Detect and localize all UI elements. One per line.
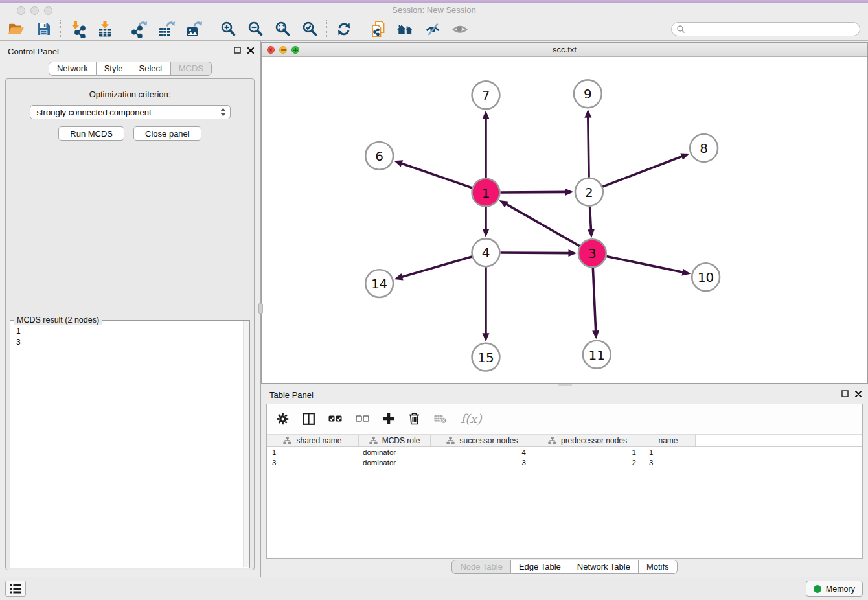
- tab-edge-table[interactable]: Edge Table: [511, 560, 569, 574]
- open-session-button[interactable]: [3, 19, 30, 40]
- select-all-button[interactable]: [328, 414, 342, 423]
- control-panel: Control Panel Network Style Select MCDS …: [0, 41, 261, 577]
- cell-shared-name: 1: [267, 448, 359, 456]
- column-header-successor-nodes[interactable]: successor nodes: [431, 435, 534, 446]
- mcds-result-title: MCDS result (2 nodes): [14, 316, 102, 325]
- window-title: Session: New Session: [0, 5, 868, 15]
- toolbar-separator: [211, 20, 211, 38]
- zoom-fit-button[interactable]: [269, 19, 296, 40]
- graph-arrowhead: [592, 330, 599, 339]
- export-network-button[interactable]: [126, 19, 153, 40]
- column-header-predecessor-nodes[interactable]: predecessor nodes: [534, 435, 641, 446]
- duplicate-network-button[interactable]: [365, 19, 392, 40]
- graph-edge-2-3[interactable]: [590, 207, 591, 231]
- tab-network-table[interactable]: Network Table: [569, 560, 639, 574]
- deselect-all-button[interactable]: [356, 414, 369, 423]
- add-column-button[interactable]: [383, 413, 394, 424]
- tab-motifs[interactable]: Motifs: [639, 560, 678, 574]
- graph-edge-1-6[interactable]: [401, 163, 472, 188]
- graph-node-label: 11: [589, 348, 605, 363]
- tab-style[interactable]: Style: [97, 62, 131, 76]
- graph-edge-3-11[interactable]: [593, 268, 595, 332]
- graph-arrowhead: [680, 153, 689, 159]
- close-panel-button[interactable]: Close panel: [133, 126, 201, 141]
- graph-edge-1-2[interactable]: [500, 192, 566, 192]
- tab-mcds[interactable]: MCDS: [171, 62, 212, 76]
- hierarchy-icon: [283, 437, 291, 444]
- refresh-button[interactable]: [330, 19, 358, 40]
- open-folder-icon: [8, 21, 25, 37]
- result-scrollbar[interactable]: [243, 321, 249, 567]
- column-header-shared-name[interactable]: shared name: [267, 435, 359, 446]
- chevron-up-down-icon: [220, 108, 226, 117]
- control-panel-tabs: Network Style Select MCDS: [0, 62, 260, 76]
- network-graph: 7968124314101511: [262, 58, 867, 383]
- import-network-button[interactable]: [64, 19, 91, 40]
- save-session-button[interactable]: [30, 19, 57, 40]
- open-ndex-button[interactable]: [392, 19, 419, 40]
- function-builder-button[interactable]: f(x): [461, 411, 482, 426]
- zoom-selected-button[interactable]: [296, 19, 323, 40]
- graph-node-label: 7: [482, 88, 490, 103]
- hierarchy-icon: [446, 437, 455, 444]
- float-panel-icon[interactable]: [234, 47, 241, 54]
- import-table-button[interactable]: [91, 19, 119, 40]
- zoom-out-icon: [247, 21, 264, 37]
- graph-edge-4-3[interactable]: [500, 253, 569, 253]
- column-label: MCDS role: [382, 436, 420, 445]
- graph-edge-3-1[interactable]: [505, 203, 580, 246]
- column-header-mcds-role[interactable]: MCDS role: [359, 435, 431, 446]
- table-row[interactable]: 3 dominator 3 2 3: [267, 457, 862, 468]
- task-history-button[interactable]: [5, 581, 26, 597]
- table-row[interactable]: 1 dominator 4 1 1: [267, 447, 862, 457]
- tab-network[interactable]: Network: [49, 62, 97, 76]
- graph-edge-4-14[interactable]: [401, 257, 472, 277]
- column-header-name[interactable]: name: [641, 435, 696, 446]
- graph-arrowhead: [584, 110, 591, 118]
- delete-column-button[interactable]: [408, 412, 420, 425]
- close-panel-icon[interactable]: [855, 391, 862, 397]
- eye-slash-icon: [424, 21, 441, 37]
- export-table-button[interactable]: [153, 19, 180, 40]
- memory-status-dot: [814, 585, 821, 593]
- zoom-in-button[interactable]: [214, 19, 242, 40]
- run-mcds-button[interactable]: Run MCDS: [58, 126, 124, 141]
- graph-edge-2-8[interactable]: [602, 156, 683, 187]
- vertical-splitter-handle[interactable]: [258, 303, 263, 314]
- graph-arrowhead: [588, 229, 595, 238]
- toggle-graphics-details-button[interactable]: [419, 19, 446, 40]
- gear-icon: [277, 413, 289, 425]
- memory-button[interactable]: Memory: [806, 581, 863, 597]
- graph-arrowhead: [568, 249, 577, 257]
- graph-edge-3-10[interactable]: [606, 256, 683, 272]
- search-field[interactable]: [671, 22, 860, 36]
- duplicate-network-icon: [370, 20, 387, 38]
- optimization-criterion-dropdown[interactable]: strongly connected component: [30, 105, 231, 119]
- tab-node-table[interactable]: Node Table: [451, 560, 511, 574]
- birdseye-view-button[interactable]: [446, 19, 474, 40]
- zoom-out-button[interactable]: [242, 19, 269, 40]
- column-browser-button[interactable]: [303, 413, 315, 425]
- cell-shared-name: 3: [267, 459, 359, 467]
- delete-table-button[interactable]: [434, 413, 447, 424]
- search-input[interactable]: [685, 23, 860, 35]
- column-label: predecessor nodes: [561, 436, 627, 445]
- tab-select[interactable]: Select: [131, 62, 171, 76]
- export-table-icon: [158, 21, 176, 38]
- graph-arrowhead: [565, 189, 573, 196]
- close-panel-icon[interactable]: [247, 47, 254, 54]
- memory-label: Memory: [826, 584, 855, 594]
- columns-icon: [303, 413, 315, 425]
- control-panel-title: Control Panel: [8, 47, 59, 56]
- cell-name: 1: [641, 448, 696, 456]
- export-image-button[interactable]: [180, 19, 207, 40]
- table-panel-tabs: Node Table Edge Table Network Table Moti…: [261, 560, 868, 574]
- table-toolbar: f(x): [267, 404, 862, 433]
- mcds-result-box: MCDS result (2 nodes) 1 3: [10, 320, 250, 568]
- network-canvas[interactable]: 7968124314101511: [262, 58, 867, 383]
- table-settings-button[interactable]: [277, 413, 289, 425]
- zoom-selected-icon: [302, 21, 318, 37]
- graph-edge-2-9[interactable]: [588, 117, 589, 178]
- float-panel-icon[interactable]: [841, 390, 849, 397]
- save-icon: [36, 21, 51, 37]
